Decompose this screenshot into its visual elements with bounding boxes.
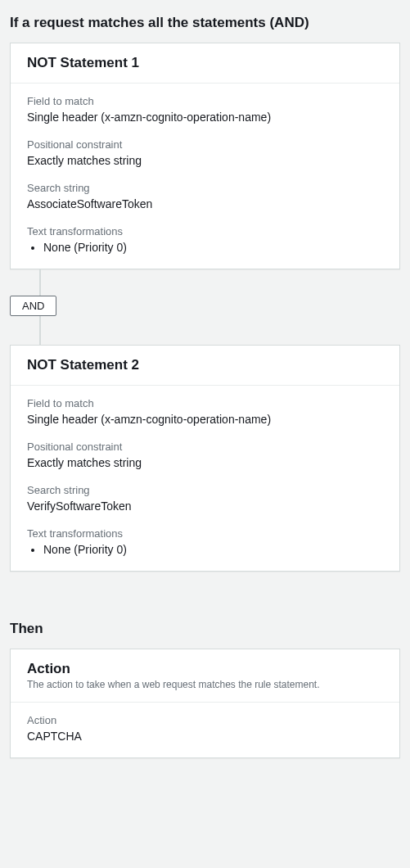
text-transformations-label: Text transformations	[27, 225, 383, 237]
search-string-group: Search string AssociateSoftwareToken	[27, 182, 383, 210]
text-transformations-group: Text transformations None (Priority 0)	[27, 225, 383, 254]
positional-constraint-label: Positional constraint	[27, 441, 383, 453]
statement-title: NOT Statement 2	[27, 357, 383, 373]
action-panel-body: Action CAPTCHA	[11, 703, 399, 757]
statement-title: NOT Statement 1	[27, 55, 383, 71]
search-string-label: Search string	[27, 484, 383, 496]
field-to-match-group: Field to match Single header (x-amzn-cog…	[27, 95, 383, 124]
text-transformation-item: None (Priority 0)	[43, 241, 383, 254]
action-value: CAPTCHA	[27, 730, 383, 743]
positional-constraint-label: Positional constraint	[27, 138, 383, 151]
field-to-match-value: Single header (x-amzn-cognito-operation-…	[27, 111, 383, 124]
statement-panel-body: Field to match Single header (x-amzn-cog…	[11, 84, 399, 269]
and-badge: AND	[10, 296, 56, 316]
action-label: Action	[27, 714, 383, 726]
search-string-group: Search string VerifySoftwareToken	[27, 484, 383, 513]
search-string-value: VerifySoftwareToken	[27, 500, 383, 513]
positional-constraint-value: Exactly matches string	[27, 154, 383, 167]
then-heading: Then	[10, 621, 400, 637]
action-panel-title: Action	[27, 661, 383, 677]
field-to-match-label: Field to match	[27, 397, 383, 409]
if-heading: If a request matches all the statements …	[10, 15, 400, 31]
text-transformations-list: None (Priority 0)	[27, 543, 383, 556]
positional-constraint-group: Positional constraint Exactly matches st…	[27, 138, 383, 167]
text-transformation-item: None (Priority 0)	[43, 543, 383, 556]
field-to-match-value: Single header (x-amzn-cognito-operation-…	[27, 413, 383, 426]
positional-constraint-value: Exactly matches string	[27, 456, 383, 469]
positional-constraint-group: Positional constraint Exactly matches st…	[27, 441, 383, 469]
action-group: Action CAPTCHA	[27, 714, 383, 743]
action-panel: Action The action to take when a web req…	[10, 649, 400, 758]
statement-panel-body: Field to match Single header (x-amzn-cog…	[11, 386, 399, 571]
text-transformations-group: Text transformations None (Priority 0)	[27, 527, 383, 556]
field-to-match-group: Field to match Single header (x-amzn-cog…	[27, 397, 383, 426]
statement-panel-header: NOT Statement 2	[11, 346, 399, 386]
text-transformations-label: Text transformations	[27, 527, 383, 540]
statement-panel-header: NOT Statement 1	[11, 43, 399, 84]
field-to-match-label: Field to match	[27, 95, 383, 107]
and-connector: AND	[10, 269, 400, 345]
text-transformations-list: None (Priority 0)	[27, 241, 383, 254]
search-string-label: Search string	[27, 182, 383, 194]
search-string-value: AssociateSoftwareToken	[27, 197, 383, 210]
statement-panel: NOT Statement 1 Field to match Single he…	[10, 43, 400, 269]
action-panel-header: Action The action to take when a web req…	[11, 649, 399, 703]
statement-panel: NOT Statement 2 Field to match Single he…	[10, 345, 400, 572]
action-panel-subtitle: The action to take when a web request ma…	[27, 679, 383, 690]
